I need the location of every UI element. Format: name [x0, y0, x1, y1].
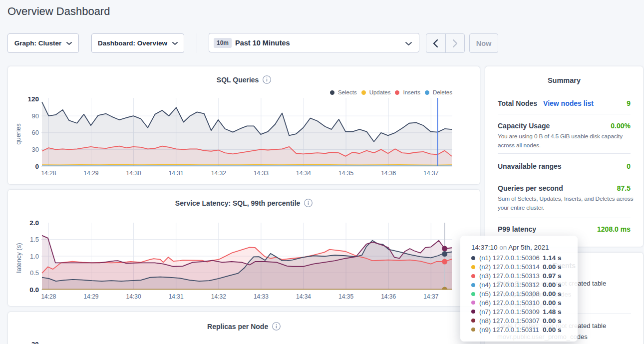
svg-text:60: 60: [32, 129, 39, 136]
svg-text:14:30: 14:30: [126, 293, 141, 300]
svg-text:1.0: 1.0: [30, 253, 39, 260]
svg-text:14:33: 14:33: [254, 170, 269, 177]
svg-text:14:30: 14:30: [126, 170, 141, 177]
svg-text:14:31: 14:31: [169, 170, 184, 177]
svg-text:0.0: 0.0: [29, 286, 39, 294]
svg-text:14:34: 14:34: [296, 293, 311, 300]
svg-text:14:32: 14:32: [211, 170, 226, 177]
svg-text:14:29: 14:29: [83, 293, 98, 300]
svg-text:14:28: 14:28: [41, 293, 56, 300]
svg-text:14:35: 14:35: [338, 293, 353, 300]
svg-text:0.5: 0.5: [30, 269, 39, 277]
svg-text:0: 0: [35, 163, 39, 170]
svg-text:14:34: 14:34: [296, 170, 311, 177]
svg-text:14:28: 14:28: [41, 170, 56, 177]
svg-text:14:36: 14:36: [381, 293, 396, 300]
svg-text:2.0: 2.0: [29, 219, 39, 227]
svg-text:14:31: 14:31: [169, 293, 184, 300]
svg-text:14:32: 14:32: [211, 293, 226, 300]
svg-text:120: 120: [27, 95, 39, 103]
svg-text:14:37: 14:37: [423, 170, 438, 177]
svg-text:14:33: 14:33: [254, 293, 269, 300]
svg-text:1.5: 1.5: [30, 236, 39, 243]
svg-text:90: 90: [32, 112, 39, 120]
svg-text:14:36: 14:36: [381, 170, 396, 177]
svg-text:14:29: 14:29: [83, 170, 98, 177]
svg-text:14:35: 14:35: [338, 170, 353, 177]
svg-text:30: 30: [32, 146, 39, 153]
svg-text:14:37: 14:37: [423, 293, 438, 300]
